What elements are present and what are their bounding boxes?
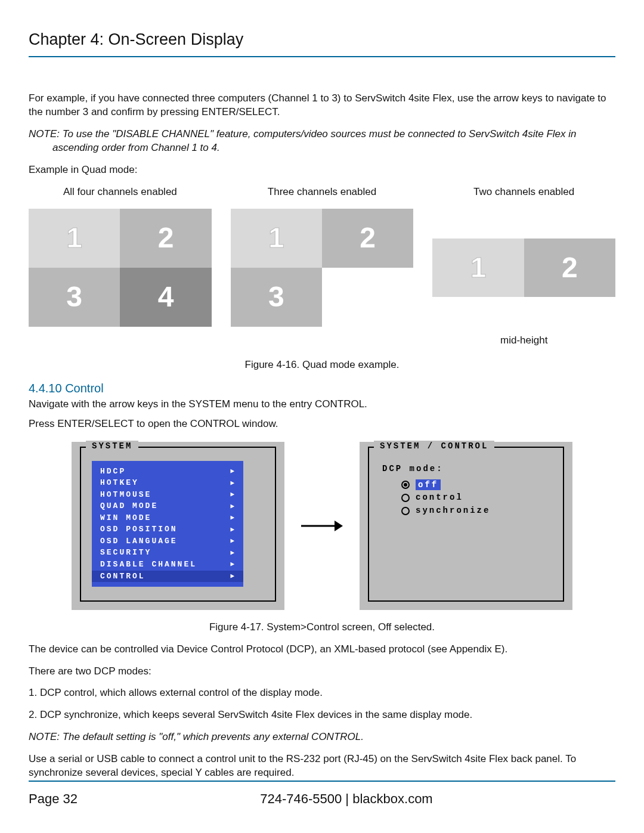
svg-marker-1	[335, 521, 343, 531]
quad-examples-row: All four channels enabled 1 2 3 4 Three …	[29, 185, 615, 348]
example-4ch: All four channels enabled 1 2 3 4	[29, 185, 212, 348]
chevron-right-icon: ▶	[230, 560, 236, 569]
dcp-mode-2: 2. DCP synchronize, which keeps several …	[29, 708, 615, 722]
quad-box-2: 1 2	[432, 209, 615, 327]
intro-paragraph: For example, if you have connected three…	[29, 92, 615, 119]
dcp-mode-1: 1. DCP control, which allows external co…	[29, 686, 615, 700]
example-mode-label: Example in Quad mode:	[29, 163, 615, 177]
example-2ch: Two channels enabled 1 2 mid-height	[432, 185, 615, 348]
figure-4-16-caption: Figure 4-16. Quad mode example.	[29, 358, 615, 372]
chevron-right-icon: ▶	[230, 549, 236, 558]
pad-top	[432, 209, 615, 238]
menu-item-hotmouse[interactable]: HOTMOUSE▶	[92, 489, 243, 501]
ch4-cell: 4	[120, 268, 211, 327]
chevron-right-icon: ▶	[230, 502, 236, 511]
radio-unselected-icon	[401, 507, 410, 515]
nav-paragraph: Navigate with the arrow keys in the SYST…	[29, 398, 615, 411]
chevron-right-icon: ▶	[230, 513, 236, 522]
note-line1: NOTE: To use the "DISABLE CHANNEL" featu…	[29, 128, 577, 140]
ch1-cell: 1	[231, 209, 322, 268]
system-window-frame: HDCP▶ HOTKEY▶ HOTMOUSE▶ QUAD MODE▶ WIN M…	[80, 447, 276, 602]
chevron-right-icon: ▶	[230, 525, 236, 534]
page-number: Page 32	[29, 790, 78, 808]
menu-item-win-mode[interactable]: WIN MODE▶	[92, 512, 243, 524]
footer-contact: 724-746-5500 | blackbox.com	[78, 790, 615, 808]
dcp-paragraph: The device can be controlled via Device …	[29, 643, 615, 657]
arrow-right-icon	[301, 518, 343, 534]
chevron-right-icon: ▶	[230, 490, 236, 499]
caption-3ch: Three channels enabled	[231, 185, 414, 199]
example-3ch: Three channels enabled 1 2 3	[231, 185, 414, 348]
control-window-title: SYSTEM / CONTROL	[374, 441, 494, 452]
radio-unselected-icon	[401, 494, 410, 502]
empty-cell	[322, 268, 413, 327]
note-disable-channel: NOTE: To use the "DISABLE CHANNEL" featu…	[29, 128, 615, 155]
ch3-cell: 3	[29, 268, 120, 327]
dcp-option-control[interactable]: control	[401, 492, 490, 503]
dcp-off-text: off	[416, 479, 441, 491]
system-window: SYSTEM HDCP▶ HOTKEY▶ HOTMOUSE▶ QUAD MODE…	[72, 442, 284, 610]
menu-item-osd-position[interactable]: OSD POSITION▶	[92, 524, 243, 535]
note-line2: ascending order from Channel 1 to 4.	[29, 141, 615, 155]
menu-item-disable-channel[interactable]: DISABLE CHANNEL▶	[92, 559, 243, 571]
serial-paragraph: Use a serial or USB cable to connect a c…	[29, 753, 615, 780]
system-menu-list: HDCP▶ HOTKEY▶ HOTMOUSE▶ QUAD MODE▶ WIN M…	[92, 461, 243, 587]
control-window: SYSTEM / CONTROL DCP mode: off control s…	[360, 442, 572, 610]
dcp-option-synchronize[interactable]: synchronize	[401, 505, 490, 516]
menu-item-osd-language[interactable]: OSD LANGUAGE▶	[92, 535, 243, 547]
system-window-title: SYSTEM	[86, 441, 138, 452]
quad-box-4: 1 2 3 4	[29, 209, 212, 327]
dcp-mode-label: DCP mode:	[382, 463, 490, 475]
figure-4-17-caption: Figure 4-17. System>Control screen, Off …	[29, 621, 615, 634]
caption-2ch: Two channels enabled	[432, 185, 615, 199]
menu-item-control[interactable]: CONTROL▶	[92, 571, 243, 583]
note-default-off: NOTE: The default setting is "off," whic…	[29, 730, 615, 744]
chevron-right-icon: ▶	[230, 479, 236, 488]
caption-4ch: All four channels enabled	[29, 185, 212, 199]
ch2-cell: 2	[120, 209, 211, 268]
dcp-option-off[interactable]: off	[401, 479, 490, 491]
osd-figure-row: SYSTEM HDCP▶ HOTKEY▶ HOTMOUSE▶ QUAD MODE…	[72, 442, 572, 610]
section-4-4-10-title: 4.4.10 Control	[29, 380, 615, 397]
two-modes-paragraph: There are two DCP modes:	[29, 665, 615, 679]
ch1-cell: 1	[29, 209, 120, 268]
pad-bot	[432, 297, 615, 326]
menu-item-hdcp[interactable]: HDCP▶	[92, 466, 243, 478]
ch2-cell: 2	[322, 209, 413, 268]
ch3-cell: 3	[231, 268, 322, 327]
ch2-cell: 2	[524, 239, 615, 298]
quad-box-3: 1 2 3	[231, 209, 414, 327]
page-footer: Page 32 724-746-5500 | blackbox.com	[29, 781, 615, 808]
dcp-sync-text: synchronize	[416, 505, 490, 516]
dcp-control-text: control	[416, 492, 463, 503]
press-paragraph: Press ENTER/SELECT to open the CONTROL w…	[29, 417, 615, 431]
chevron-right-icon: ▶	[230, 572, 236, 581]
chapter-title: Chapter 4: On-Screen Display	[29, 29, 615, 57]
ch1-cell: 1	[432, 239, 524, 298]
radio-selected-icon	[401, 481, 410, 489]
menu-item-quad-mode[interactable]: QUAD MODE▶	[92, 500, 243, 512]
menu-item-security[interactable]: SECURITY▶	[92, 547, 243, 559]
chevron-right-icon: ▶	[230, 467, 236, 476]
menu-item-hotkey[interactable]: HOTKEY▶	[92, 477, 243, 489]
control-window-frame: DCP mode: off control synchronize	[368, 447, 564, 602]
chevron-right-icon: ▶	[230, 537, 236, 546]
mid-height-label: mid-height	[432, 334, 615, 348]
